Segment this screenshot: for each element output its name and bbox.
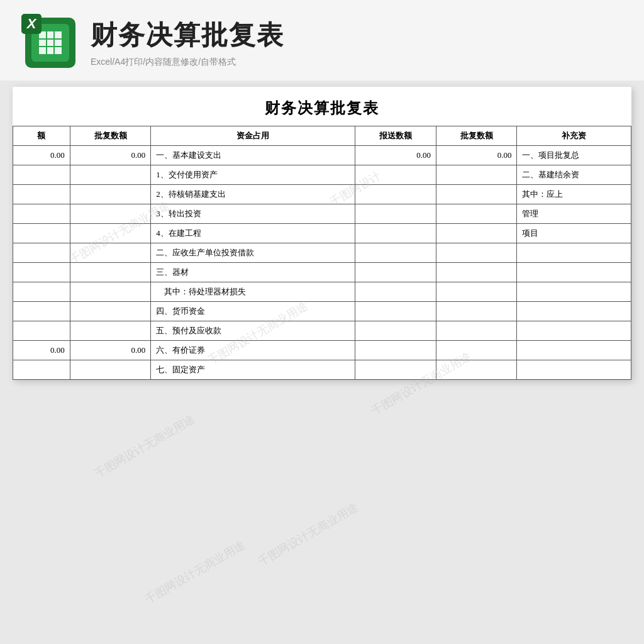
table-cell: [13, 243, 70, 263]
table-cell: [13, 302, 70, 321]
table-cell: [436, 360, 517, 380]
table-cell: [70, 282, 151, 302]
table-cell: [436, 282, 517, 302]
table-cell: [436, 302, 517, 321]
table-row: 二、应收生产单位投资借款: [13, 243, 631, 263]
table-row: 七、固定资产: [13, 360, 631, 380]
table-cell: 六、有价证券: [151, 341, 355, 360]
table-cell: [70, 204, 151, 224]
table-cell: [517, 263, 631, 282]
excel-x-letter: X: [21, 14, 42, 34]
table-row: 其中：待处理器材损失: [13, 282, 631, 302]
table-cell: 0.00: [13, 146, 70, 165]
th-buchong: 补充资: [517, 126, 631, 146]
table-cell: [13, 165, 70, 185]
table-cell: 四、货币资金: [151, 302, 355, 321]
th-zijin: 资金占用: [151, 126, 355, 146]
table-cell: [436, 243, 517, 263]
doc-title: 财务决算批复表: [13, 87, 631, 126]
table-cell: [517, 321, 631, 341]
table-cell: [13, 224, 70, 243]
table-cell: 0.00: [436, 146, 517, 165]
table-cell: [13, 204, 70, 224]
table-cell: [13, 321, 70, 341]
table-row: 五、预付及应收款: [13, 321, 631, 341]
table-cell: 一、基本建设支出: [151, 146, 355, 165]
table-cell: [355, 204, 436, 224]
table-cell: [355, 243, 436, 263]
table-cell: [355, 185, 436, 204]
table-cell: 管理: [517, 204, 631, 224]
table-cell: [70, 165, 151, 185]
table-cell: [70, 243, 151, 263]
excel-icon: X: [25, 18, 75, 68]
table-cell: 其中：应上: [517, 185, 631, 204]
th-baosong: 报送数额: [355, 126, 436, 146]
table-cell: [70, 263, 151, 282]
table-cell: [13, 360, 70, 380]
table-cell: [436, 204, 517, 224]
table-cell: [70, 224, 151, 243]
excel-grid: [39, 31, 62, 54]
watermark-4: 千图网设计无商业用途: [255, 500, 361, 570]
table-cell: [70, 185, 151, 204]
table-cell: 4、在建工程: [151, 224, 355, 243]
table-cell: [70, 321, 151, 341]
table-cell: 3、转出投资: [151, 204, 355, 224]
table-row: 四、货币资金: [13, 302, 631, 321]
table-cell: 二、应收生产单位投资借款: [151, 243, 355, 263]
main-title: 财务决算批复表: [91, 18, 284, 53]
table-cell: [355, 282, 436, 302]
watermark-3: 千图网设计无商业用途: [92, 412, 197, 482]
table-cell: 0.00: [70, 341, 151, 360]
table-cell: 1、交付使用资产: [151, 165, 355, 185]
table-cell: [70, 360, 151, 380]
table-cell: [436, 165, 517, 185]
th-pifu: 批复数额: [70, 126, 151, 146]
table-cell: [436, 341, 517, 360]
table-cell: [517, 341, 631, 360]
table-row: 1、交付使用资产二、基建结余资: [13, 165, 631, 185]
table-cell: [355, 224, 436, 243]
table-cell: 0.00: [70, 146, 151, 165]
table-cell: [355, 302, 436, 321]
table-wrapper: 额 批复数额 资金占用 报送数额 批复数额 补充资 0.000.00一、基本建设…: [13, 126, 631, 380]
table-cell: [436, 263, 517, 282]
table-cell: [13, 185, 70, 204]
table-cell: 二、基建结余资: [517, 165, 631, 185]
table-body: 0.000.00一、基本建设支出0.000.00一、项目批复总1、交付使用资产二…: [13, 146, 631, 380]
table-row: 2、待核销基建支出其中：应上: [13, 185, 631, 204]
main-table: 额 批复数额 资金占用 报送数额 批复数额 补充资 0.000.00一、基本建设…: [13, 126, 631, 380]
table-cell: 三、器材: [151, 263, 355, 282]
header-area: X 财务决算批复表 Excel/A4打印/内容随意修改/自带格式: [0, 0, 644, 80]
table-cell: 七、固定资产: [151, 360, 355, 380]
table-cell: [355, 263, 436, 282]
table-cell: 项目: [517, 224, 631, 243]
table-cell: 一、项目批复总: [517, 146, 631, 165]
table-cell: [13, 263, 70, 282]
table-cell: [355, 341, 436, 360]
table-cell: [436, 185, 517, 204]
subtitle: Excel/A4打印/内容随意修改/自带格式: [91, 57, 284, 68]
table-cell: [517, 360, 631, 380]
table-row: 3、转出投资管理: [13, 204, 631, 224]
table-cell: 五、预付及应收款: [151, 321, 355, 341]
table-cell: [13, 282, 70, 302]
table-cell: 其中：待处理器材损失: [151, 282, 355, 302]
table-cell: 0.00: [13, 341, 70, 360]
table-cell: [436, 224, 517, 243]
table-row: 0.000.00一、基本建设支出0.000.00一、项目批复总: [13, 146, 631, 165]
header-text: 财务决算批复表 Excel/A4打印/内容随意修改/自带格式: [91, 18, 284, 68]
table-row: 4、在建工程项目: [13, 224, 631, 243]
document-area: 千图网设计无商业用途 千图网设计无商业用途 千图网设计无商业用途 千图网设计无商…: [13, 87, 631, 380]
table-cell: 0.00: [355, 146, 436, 165]
th-pifu2: 批复数额: [436, 126, 517, 146]
th-fuze: 额: [13, 126, 70, 146]
watermark-7: 千图网设计无商业用途: [142, 538, 248, 608]
table-row: 0.000.00六、有价证券: [13, 341, 631, 360]
table-cell: [355, 321, 436, 341]
table-cell: [517, 282, 631, 302]
table-cell: [355, 360, 436, 380]
table-cell: [517, 302, 631, 321]
table-cell: 2、待核销基建支出: [151, 185, 355, 204]
